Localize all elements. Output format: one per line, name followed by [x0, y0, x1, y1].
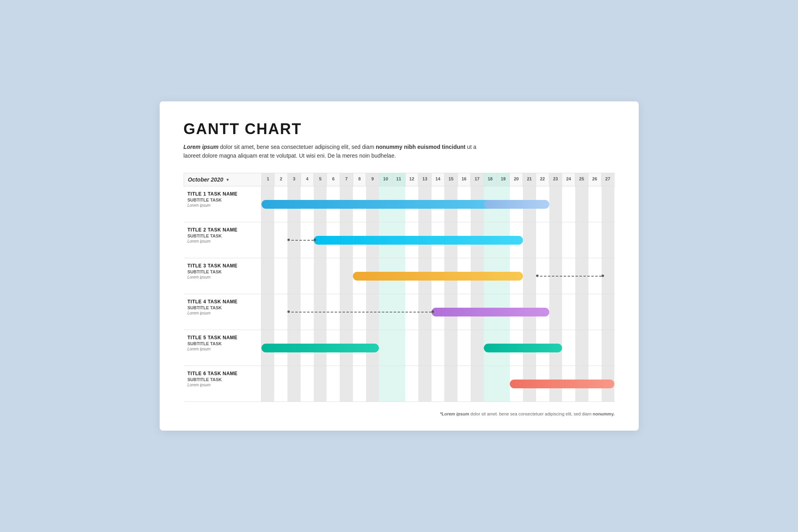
col-bg-day-12 — [405, 366, 418, 401]
col-bg-day-2 — [274, 258, 287, 294]
col-bg-day-5 — [314, 258, 327, 294]
day-header-20: 20 — [510, 173, 523, 186]
day-header-13: 13 — [418, 173, 432, 186]
col-bg-day-14 — [432, 330, 445, 366]
day-header-5: 5 — [314, 173, 327, 186]
task-lorem-1: Lorem ipsum — [188, 203, 257, 208]
col-bg-day-14 — [432, 366, 445, 401]
day-header-1: 1 — [262, 173, 275, 186]
task-title-3: TITLE 3 TASK NAME — [188, 263, 257, 269]
col-bg-day-10 — [379, 330, 392, 366]
col-bg-day-11 — [392, 330, 405, 366]
day-header-15: 15 — [445, 173, 458, 186]
task-bars-3 — [261, 258, 615, 294]
task-2-dash-line-0 — [287, 240, 314, 241]
task-lorem-3: Lorem ipsum — [188, 275, 257, 279]
task-label-2: TITLE 2 TASK NAMESUBTITLE TASKLorem ipsu… — [184, 222, 261, 258]
task-1-bar-0 — [261, 200, 510, 209]
col-bg-day-1 — [261, 366, 275, 401]
col-bg-day-25 — [575, 330, 588, 366]
col-bg-day-5 — [314, 366, 327, 401]
col-bg-day-3 — [287, 366, 301, 401]
task-3-bar-0 — [353, 272, 523, 281]
col-bg-day-21 — [523, 222, 536, 258]
col-bg-day-17 — [471, 330, 484, 366]
col-bg-day-23 — [549, 186, 562, 222]
col-bg-day-13 — [418, 330, 432, 366]
col-bg-day-27 — [602, 186, 615, 222]
month-label: October 2020 — [188, 176, 224, 183]
col-bg-day-10 — [379, 366, 392, 401]
day-header-11: 11 — [392, 173, 406, 186]
day-header-6: 6 — [327, 173, 340, 186]
day-header-25: 25 — [575, 173, 588, 186]
task-row-6: TITLE 6 TASK NAMESUBTITLE TASKLorem ipsu… — [184, 366, 615, 402]
task-label-6: TITLE 6 TASK NAMESUBTITLE TASKLorem ipsu… — [184, 366, 261, 401]
day-header-19: 19 — [497, 173, 510, 186]
day-header-22: 22 — [536, 173, 549, 186]
col-bg-day-15 — [444, 330, 457, 366]
col-bg-day-4 — [301, 258, 314, 294]
col-bg-day-23 — [549, 222, 562, 258]
day-header-23: 23 — [549, 173, 562, 186]
col-bg-day-26 — [588, 294, 602, 330]
task-lorem-6: Lorem ipsum — [188, 383, 257, 387]
col-bg-day-22 — [536, 222, 549, 258]
footer-bold: nonummy. — [593, 411, 615, 416]
task-row-1: TITLE 1 TASK NAMESUBTITLE TASKLorem ipsu… — [184, 186, 615, 222]
col-bg-day-16 — [457, 330, 471, 366]
task-label-1: TITLE 1 TASK NAMESUBTITLE TASKLorem ipsu… — [184, 186, 261, 222]
task-label-3: TITLE 3 TASK NAMESUBTITLE TASKLorem ipsu… — [184, 258, 261, 294]
task-3-dash-line-0 — [536, 276, 602, 277]
task-5-bar-0 — [261, 344, 379, 352]
day-header-9: 9 — [366, 173, 379, 186]
col-bg-day-27 — [602, 294, 615, 330]
col-bg-day-26 — [588, 222, 602, 258]
task-bars-1 — [261, 186, 615, 222]
task-6-bar-0 — [510, 380, 614, 388]
task-4-dash-line-0 — [287, 312, 432, 312]
month-dropdown-arrow: ▼ — [226, 178, 230, 182]
day-header-8: 8 — [353, 173, 366, 186]
col-bg-day-15 — [444, 366, 457, 401]
day-header-18: 18 — [484, 173, 497, 186]
gantt-rows: TITLE 1 TASK NAMESUBTITLE TASKLorem ipsu… — [184, 186, 615, 402]
col-bg-day-2 — [274, 222, 287, 258]
col-bg-day-24 — [562, 294, 575, 330]
day-header-27: 27 — [602, 173, 614, 186]
col-bg-day-17 — [471, 366, 484, 401]
gantt-container: October 2020 ▼ 1234567891011121314151617… — [184, 173, 615, 402]
task-row-5: TITLE 5 TASK NAMESUBTITLE TASKLorem ipsu… — [184, 330, 615, 366]
subtitle-text: Lorem ipsum dolor sit amet, bene sea con… — [184, 142, 483, 160]
task-5-bar-1 — [484, 344, 562, 352]
task-title-5: TITLE 5 TASK NAME — [188, 335, 257, 340]
col-bg-day-25 — [575, 294, 588, 330]
task-bars-2 — [261, 222, 615, 258]
day-header-17: 17 — [471, 173, 484, 186]
task-bars-5 — [261, 330, 615, 366]
col-bg-day-23 — [549, 294, 562, 330]
col-bg-day-26 — [588, 186, 602, 222]
task-row-3: TITLE 3 TASK NAMESUBTITLE TASKLorem ipsu… — [184, 258, 615, 294]
col-bg-day-9 — [366, 366, 379, 401]
col-bg-day-2 — [274, 294, 287, 330]
task-subtitle-1: SUBTITLE TASK — [188, 198, 257, 202]
footer-italic: *Lorem ipsum — [440, 411, 469, 416]
day-header-14: 14 — [432, 173, 445, 186]
col-bg-day-6 — [327, 258, 340, 294]
day-header-3: 3 — [288, 173, 301, 186]
subtitle-italic: Lorem ipsum — [184, 144, 219, 150]
task-lorem-5: Lorem ipsum — [188, 347, 257, 351]
task-title-6: TITLE 6 TASK NAME — [188, 371, 257, 376]
col-bg-day-1 — [261, 258, 275, 294]
page-title: GANTT CHART — [184, 121, 615, 138]
month-selector[interactable]: October 2020 ▼ — [184, 173, 262, 186]
task-subtitle-6: SUBTITLE TASK — [188, 377, 257, 382]
col-bg-day-6 — [327, 366, 340, 401]
task-row-2: TITLE 2 TASK NAMESUBTITLE TASKLorem ipsu… — [184, 222, 615, 258]
days-header: 1234567891011121314151617181920212223242… — [262, 173, 614, 186]
task-bars-6 — [261, 366, 615, 401]
day-header-4: 4 — [301, 173, 314, 186]
col-bg-day-3 — [287, 258, 301, 294]
col-bg-day-24 — [562, 186, 575, 222]
